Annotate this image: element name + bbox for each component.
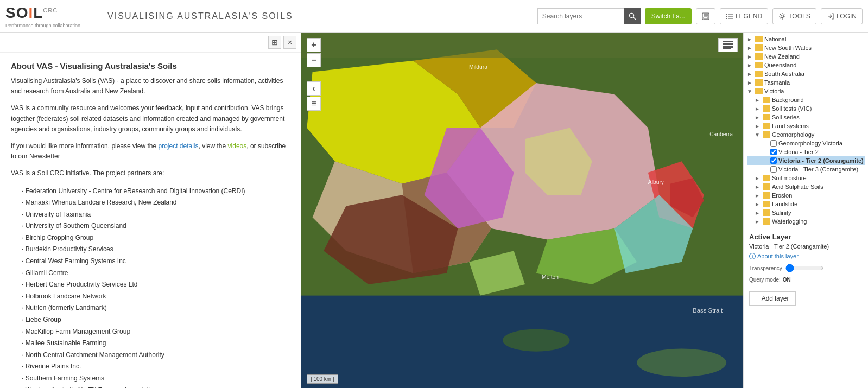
layer-expand-icon[interactable]: ► — [755, 115, 761, 120]
layer-item[interactable]: ►Landslide — [747, 200, 865, 208]
layer-label: Erosion — [772, 192, 792, 199]
logo-area: SOILCRC Performance through collaboratio… — [5, 4, 80, 28]
layer-label: Salinity — [772, 209, 791, 216]
layer-expand-icon[interactable]: ► — [747, 62, 753, 68]
transparency-slider[interactable] — [785, 264, 823, 272]
scale-bar: | 100 km | — [307, 374, 338, 384]
layer-label: Victoria - Tier 2 (Corangamite) — [778, 157, 864, 164]
layer-item[interactable]: ►Background — [747, 96, 865, 104]
about-layer-label: About this layer — [757, 253, 799, 259]
layer-label: Landslide — [772, 201, 797, 207]
layer-item[interactable]: Geomorphology Victoria — [747, 139, 865, 148]
map-area[interactable]: Mildura Canberra Albury Melton Bass Stra… — [301, 33, 743, 388]
layer-label: National — [764, 36, 786, 42]
layer-expand-icon[interactable]: ► — [755, 219, 761, 225]
active-layer-name: Victoria - Tier 2 (Corangamite) — [749, 243, 863, 250]
layer-item[interactable]: Victoria - Tier 2 (Corangamite) — [747, 156, 865, 165]
layer-expand-icon[interactable]: ► — [747, 80, 753, 86]
layer-expand-icon[interactable]: ► — [755, 210, 761, 216]
about-layer-link[interactable]: i About this layer — [749, 253, 863, 259]
query-mode-row: Query mode: ON — [749, 277, 863, 283]
layer-item[interactable]: ►Acid Sulphate Soils — [747, 182, 865, 191]
panel-title: About VAS - Visualising Australasia's So… — [11, 61, 290, 71]
nav-list-button[interactable]: ≡ — [307, 97, 321, 111]
zoom-controls: + − — [307, 38, 321, 67]
videos-link[interactable]: videos — [228, 142, 247, 150]
layer-expand-icon[interactable]: ► — [755, 123, 761, 129]
layer-expand-icon[interactable]: ► — [755, 106, 761, 112]
layer-item[interactable]: ►Soil series — [747, 113, 865, 122]
layer-item[interactable]: ►Waterlogging — [747, 217, 865, 226]
layer-item[interactable]: ►Erosion — [747, 191, 865, 200]
scale-label: | — [311, 376, 312, 382]
svg-text:Melton: Melton — [542, 274, 559, 280]
list-item: Birchip Cropping Group — [22, 232, 290, 244]
layer-switcher-map-button[interactable] — [718, 38, 738, 52]
layer-item[interactable]: ►Land systems — [747, 122, 865, 130]
panel-para1: Visualising Australasia's Soils (VAS) - … — [11, 76, 290, 97]
list-item: Central West Farming Systems Inc — [22, 256, 290, 268]
svg-point-0 — [629, 13, 633, 17]
layer-item[interactable]: ►New Zealand — [747, 52, 865, 61]
list-item: University of Tasmania — [22, 209, 290, 221]
layer-expand-icon[interactable]: ► — [747, 36, 753, 42]
layer-expand-icon[interactable]: ► — [755, 184, 761, 190]
panel-window-button[interactable]: ⊞ — [268, 36, 281, 49]
list-item: Holbrook Landcare Network — [22, 291, 290, 303]
logo-tagline: Performance through collaboration — [5, 23, 80, 28]
layer-expand-icon[interactable]: ► — [755, 193, 761, 199]
list-item: Manaaki Whenua Landcare Research, New Ze… — [22, 197, 290, 209]
save-map-button[interactable] — [696, 8, 715, 24]
layer-item[interactable]: ►Soil tests (VIC) — [747, 104, 865, 113]
login-label: LOGIN — [837, 12, 857, 20]
layer-label: Soil moisture — [772, 175, 807, 181]
layer-expand-icon[interactable]: ► — [755, 97, 761, 103]
layer-checkbox[interactable] — [770, 157, 777, 164]
zoom-in-button[interactable]: + — [307, 38, 321, 52]
login-button[interactable]: LOGIN — [821, 8, 863, 24]
svg-point-11 — [781, 15, 784, 17]
layer-expand-icon[interactable]: ► — [755, 175, 761, 181]
panel-close-button[interactable]: × — [283, 36, 296, 49]
layer-item[interactable]: ►Queensland — [747, 61, 865, 69]
site-title: VISUALISING AUSTRALASIA'S SOILS — [107, 11, 537, 21]
search-icon — [629, 12, 636, 20]
layer-checkbox[interactable] — [770, 140, 777, 147]
layer-checkbox[interactable] — [770, 149, 777, 155]
layer-expand-icon[interactable]: ▼ — [755, 132, 761, 138]
panel-toolbar: ⊞ × — [0, 33, 301, 53]
layer-expand-icon[interactable]: ► — [747, 54, 753, 60]
layer-expand-icon[interactable]: ▼ — [747, 88, 753, 94]
layer-checkbox[interactable] — [770, 166, 777, 173]
layer-item[interactable]: Victoria - Tier 3 (Corangamite) — [747, 165, 865, 174]
search-input[interactable] — [537, 8, 624, 24]
nav-left-button[interactable]: ‹ — [307, 81, 321, 96]
zoom-out-button[interactable]: − — [307, 53, 321, 67]
layer-item[interactable]: ►New South Wales — [747, 43, 865, 52]
layer-item[interactable]: ▼Geomorphology — [747, 130, 865, 139]
layer-item[interactable]: Victoria - Tier 2 — [747, 148, 865, 156]
legend-button[interactable]: LEGEND — [720, 8, 768, 24]
save-icon — [702, 12, 709, 20]
layer-item[interactable]: ►Soil moisture — [747, 174, 865, 182]
layer-expand-icon[interactable]: ► — [755, 201, 761, 207]
layer-item[interactable]: ►South Australia — [747, 69, 865, 78]
layer-expand-icon[interactable]: ► — [747, 71, 753, 77]
header: SOILCRC Performance through collaboratio… — [0, 0, 868, 33]
folder-icon — [755, 62, 763, 68]
folder-icon — [763, 105, 770, 112]
logo-crc: CRC — [43, 7, 58, 13]
layer-item[interactable]: ►Tasmania — [747, 78, 865, 87]
add-layer-button[interactable]: + Add layer — [749, 291, 796, 306]
switch-layers-button[interactable]: Switch La... — [645, 8, 692, 24]
scale-value: 100 km — [313, 376, 331, 382]
project-details-link[interactable]: project details — [158, 142, 198, 150]
header-right: Switch La... LEGEND TO — [537, 8, 863, 24]
layer-label: Soil tests (VIC) — [772, 105, 812, 112]
search-button[interactable] — [624, 8, 641, 24]
layer-expand-icon[interactable]: ► — [747, 45, 753, 51]
tools-button[interactable]: TOOLS — [772, 8, 816, 24]
layer-item[interactable]: ►National — [747, 35, 865, 43]
layer-item[interactable]: ►Salinity — [747, 208, 865, 217]
layer-item[interactable]: ▼Victoria — [747, 87, 865, 96]
